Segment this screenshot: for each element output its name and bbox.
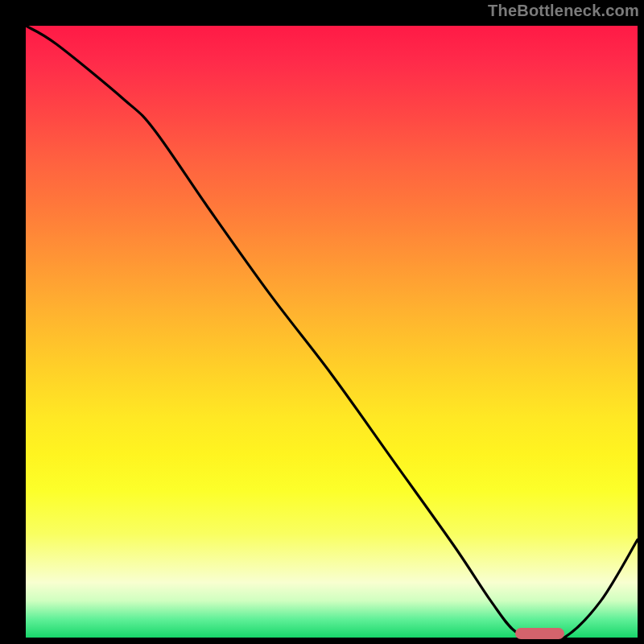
curve-svg xyxy=(26,26,638,638)
watermark-text: TheBottleneck.com xyxy=(488,2,639,20)
optimal-range-marker xyxy=(515,628,564,639)
chart-frame: TheBottleneck.com xyxy=(0,0,644,644)
bottleneck-curve xyxy=(26,26,638,638)
plot-area xyxy=(26,26,638,638)
